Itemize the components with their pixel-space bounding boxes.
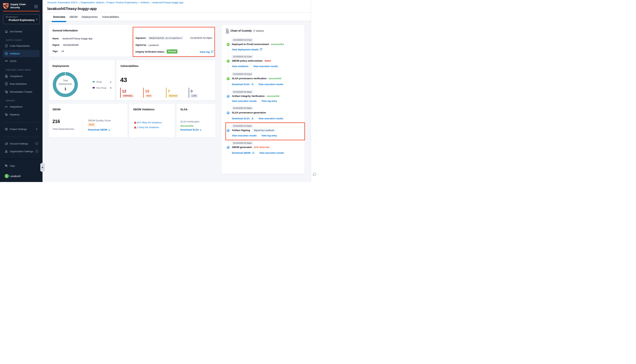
svg-text:?: ?	[6, 164, 7, 166]
